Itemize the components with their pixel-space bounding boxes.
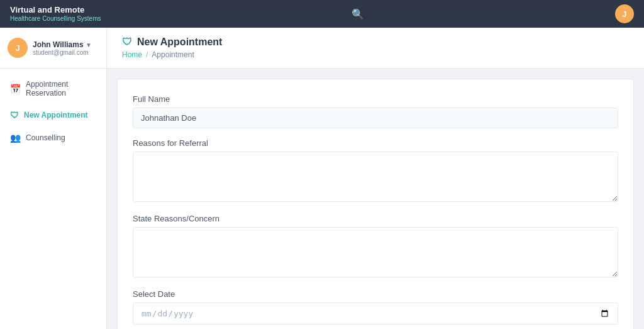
sidebar-user-info: John Williams ▼ student@gmail.com (33, 40, 92, 56)
sidebar-user: J John Williams ▼ student@gmail.com (0, 38, 106, 69)
reasons-referral-group: Reasons for Referral (133, 138, 618, 204)
sidebar-item-appointment-reservation[interactable]: 📅 Appointment Reservation (0, 74, 106, 104)
breadcrumb-home[interactable]: Home (122, 50, 142, 59)
calendar-icon: 📅 (10, 84, 21, 94)
select-date-label: Select Date (133, 289, 618, 299)
page-header: 🛡 New Appointment Home / Appointment (107, 28, 644, 69)
navbar: Virtual and Remote Healthcare Counsellin… (0, 0, 644, 28)
select-date-group: Select Date (133, 289, 618, 325)
group-icon: 👥 (10, 133, 21, 143)
sidebar-item-label: Appointment Reservation (26, 80, 96, 98)
full-name-input[interactable] (133, 108, 618, 128)
breadcrumb: Home / Appointment (122, 50, 629, 59)
user-email: student@gmail.com (33, 49, 92, 56)
brand-sub: Healthcare Counselling Systems (10, 15, 101, 23)
page-title-icon: 🛡 (122, 36, 132, 48)
sidebar: J John Williams ▼ student@gmail.com 📅 Ap… (0, 28, 107, 329)
full-name-group: Full Name (133, 94, 618, 128)
avatar[interactable]: J (615, 4, 634, 23)
appointment-form: Full Name Reasons for Referral State Rea… (117, 79, 634, 329)
breadcrumb-separator: / (146, 50, 148, 59)
reasons-label: Reasons for Referral (133, 138, 618, 148)
full-name-label: Full Name (133, 94, 618, 104)
state-reasons-label: State Reasons/Concern (133, 214, 618, 223)
sidebar-item-new-appointment[interactable]: 🛡 New Appointment (0, 104, 106, 126)
state-reasons-textarea[interactable] (133, 227, 618, 277)
brand-main: Virtual and Remote (10, 5, 101, 15)
breadcrumb-current: Appointment (152, 50, 194, 59)
sidebar-avatar: J (8, 38, 28, 58)
brand: Virtual and Remote Healthcare Counsellin… (10, 5, 101, 23)
sidebar-item-label: New Appointment (24, 111, 88, 120)
state-reasons-group: State Reasons/Concern (133, 214, 618, 279)
caret-icon: ▼ (86, 42, 92, 48)
user-name: John Williams ▼ (33, 40, 92, 49)
sidebar-item-label: Counselling (26, 133, 65, 142)
sidebar-item-counselling[interactable]: 👥 Counselling (0, 126, 106, 149)
shield-icon: 🛡 (10, 110, 19, 120)
date-input[interactable] (133, 303, 618, 325)
page-title: 🛡 New Appointment (122, 36, 629, 48)
main-content: 🛡 New Appointment Home / Appointment Ful… (107, 28, 644, 329)
reasons-textarea[interactable] (133, 152, 618, 202)
search-icon[interactable]: 🔍 (352, 8, 364, 20)
